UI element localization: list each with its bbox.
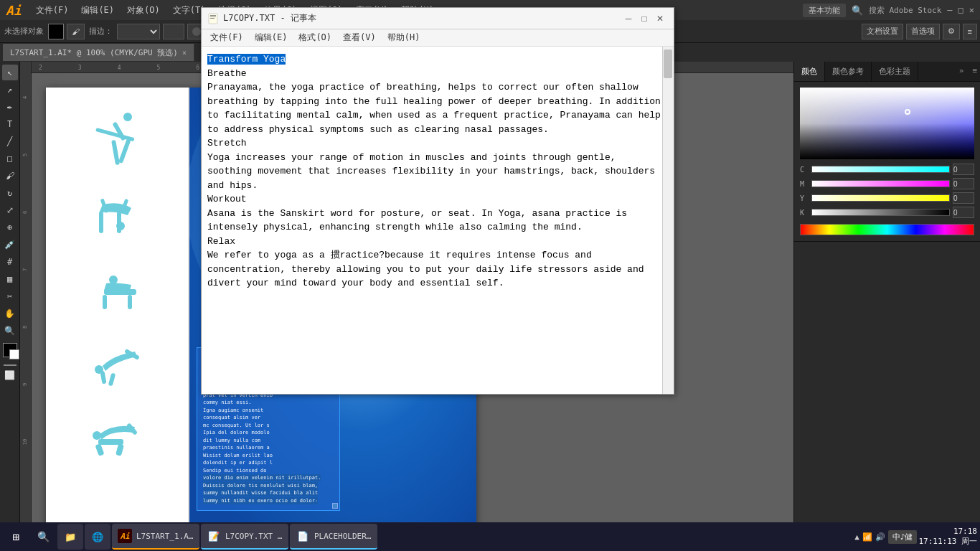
color-sliders: C M Y K (800, 164, 974, 218)
color-theme-tab[interactable]: 色彩主题 (872, 62, 918, 81)
time-display: 17:18 (918, 527, 977, 536)
pen-tool[interactable]: ✒ (2, 99, 18, 115)
color-gradient-bar[interactable] (800, 224, 974, 235)
basic-mode-btn[interactable]: 基本功能 (803, 4, 846, 17)
svg-rect-3 (111, 139, 120, 165)
preferences-btn[interactable]: 首选项 (906, 24, 940, 39)
slider-k[interactable] (811, 209, 950, 216)
rotate-tool[interactable]: ↻ (2, 185, 18, 201)
search-button[interactable]: 🔍 (30, 524, 56, 550)
color-panel: C M Y K (794, 82, 980, 242)
tray-input-method[interactable]: 中♪健 (888, 530, 918, 544)
np-menu-help[interactable]: 帮助(H) (382, 30, 426, 45)
notepad-text-area[interactable]: Transform Yoga Breathe Pranayama, the yo… (202, 47, 674, 394)
gradient-tool[interactable]: ▦ (2, 271, 18, 287)
color-spectrum[interactable] (800, 88, 974, 159)
svg-rect-31 (210, 17, 216, 17)
slider-row-y: Y (800, 192, 974, 204)
brush-tool[interactable]: 🖌 (2, 168, 18, 184)
svg-rect-32 (210, 18, 215, 19)
notepad-window: L7COPY.TXT - 记事本 ─ □ ✕ 文件(F) 编辑(E) 格式(O)… (201, 7, 674, 395)
svg-rect-6 (99, 212, 103, 233)
slider-label-c: C (800, 166, 809, 174)
scissors-tool[interactable]: ✂ (2, 288, 18, 304)
taskbar-edge[interactable]: 🌐 (85, 524, 110, 550)
tab-close-btn[interactable]: × (182, 49, 187, 57)
slider-c-input[interactable] (953, 164, 974, 175)
taskbar-notepad2[interactable]: 📄 PLACEHOLDER.TX... (290, 524, 377, 550)
tab-label: L7START_1.AI* @ 100% (CMYK/GPU 预选) (10, 47, 178, 58)
taskbar-notepad1[interactable]: 📝 L7COPY.TXT - 记... (201, 524, 288, 550)
blend-tool[interactable]: ⊕ (2, 220, 18, 235)
type-tool[interactable]: T (2, 116, 18, 132)
menu-edit[interactable]: 编辑(E) (75, 3, 120, 18)
menu-object[interactable]: 对象(O) (121, 3, 166, 18)
notepad-titlebar[interactable]: L7COPY.TXT - 记事本 ─ □ ✕ (202, 8, 674, 29)
color-tab[interactable]: 颜色 (794, 62, 825, 81)
svg-rect-20 (98, 439, 123, 445)
line-tool[interactable]: ╱ (2, 133, 18, 149)
np-menu-edit[interactable]: 编辑(E) (249, 30, 293, 45)
svg-rect-13 (128, 295, 132, 309)
mesh-tool[interactable]: # (2, 254, 18, 270)
notepad-close-btn[interactable]: ✕ (652, 11, 668, 27)
panel-arrow[interactable]: » (953, 62, 970, 81)
illustrator-icon: Ai (118, 529, 132, 543)
panel-menu[interactable]: ≡ (969, 62, 980, 81)
svg-rect-7 (117, 212, 121, 233)
scale-tool[interactable]: ⤢ (2, 202, 18, 218)
eyedropper-tool[interactable]: 💉 (2, 237, 18, 253)
slider-c[interactable] (811, 166, 950, 173)
svg-rect-11 (104, 289, 136, 295)
svg-point-10 (109, 276, 118, 284)
extra-btn2[interactable]: ≡ (963, 24, 977, 39)
slider-k-input[interactable] (953, 207, 974, 218)
direct-select-tool[interactable]: ↗ (2, 82, 18, 98)
color-ref-tab[interactable]: 颜色参考 (825, 62, 872, 81)
taskbar-illustrator[interactable]: Ai L7START_1.AI* @... (112, 524, 199, 550)
ruler-mark-6: 6 (22, 207, 28, 217)
ruler-mark-7: 7 (22, 265, 28, 275)
brush-btn[interactable]: 🖌 (67, 24, 85, 39)
text-box-handle[interactable] (332, 503, 338, 509)
screen-mode-btn[interactable]: ⬜ (2, 367, 18, 383)
slider-y-input[interactable] (953, 192, 974, 204)
notepad1-icon: 📝 (207, 529, 221, 543)
notepad-minimize-btn[interactable]: ─ (621, 11, 636, 27)
np-menu-view[interactable]: 查看(V) (337, 30, 382, 45)
document-tab[interactable]: L7START_1.AI* @ 100% (CMYK/GPU 预选) × (3, 44, 194, 61)
fill-color[interactable] (48, 24, 64, 39)
np-menu-format[interactable]: 格式(O) (293, 30, 337, 45)
fill-color-swatch[interactable] (3, 343, 17, 357)
svg-rect-17 (108, 372, 116, 386)
zoom-tool[interactable]: 🔍 (2, 323, 18, 339)
slider-m-input[interactable] (953, 178, 974, 189)
slider-row-k: K (800, 207, 974, 218)
yoga-figure-2 (85, 181, 149, 245)
search-placeholder: 搜索 Adobe Stock (869, 5, 941, 16)
stroke-select[interactable] (117, 24, 160, 39)
panel-content-area (794, 242, 980, 532)
np-menu-file[interactable]: 文件(F) (204, 30, 249, 45)
svg-point-18 (93, 431, 101, 440)
color-picker-handle[interactable] (905, 109, 910, 115)
menu-right: 基本功能 🔍 搜索 Adobe Stock — □ ✕ (803, 4, 974, 17)
illustrator-label: L7START_1.AI* @... (136, 532, 194, 541)
menu-file[interactable]: 文件(F) (30, 3, 75, 18)
svg-rect-22 (116, 443, 124, 456)
notepad-maximize-btn[interactable]: □ (636, 11, 652, 27)
extra-btn[interactable]: ⚙ (943, 24, 960, 39)
notepad-scrollbar[interactable] (662, 47, 674, 394)
slider-m[interactable] (811, 180, 950, 187)
slider-row-m: M (800, 178, 974, 189)
start-button[interactable]: ⊞ (3, 524, 29, 550)
taskbar-time[interactable]: 17:18 17:11:13 周一 (918, 527, 977, 547)
notepad-scroll-thumb[interactable] (664, 50, 672, 78)
select-tool[interactable]: ↖ (2, 65, 18, 80)
rect-tool[interactable]: □ (2, 151, 18, 166)
taskbar-file-explorer[interactable]: 📁 (57, 524, 83, 550)
slider-y[interactable] (811, 194, 950, 202)
notepad-menubar: 文件(F) 编辑(E) 格式(O) 查看(V) 帮助(H) (202, 29, 674, 47)
doc-settings-btn[interactable]: 文档设置 (862, 24, 903, 39)
hand-tool[interactable]: ✋ (2, 306, 18, 321)
